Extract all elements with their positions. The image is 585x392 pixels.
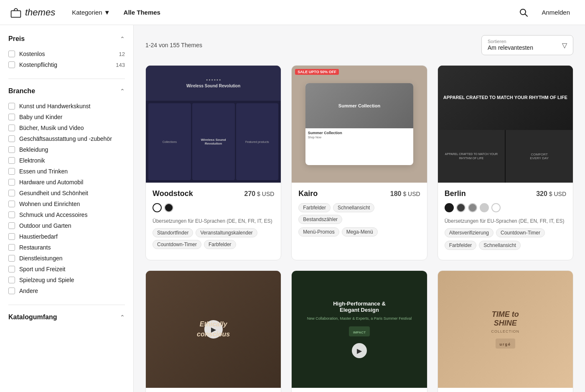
geschaeft-checkbox[interactable] bbox=[8, 135, 15, 142]
filter-spielzeug[interactable]: Spielzeug und Spiele bbox=[8, 275, 125, 285]
elektronik-checkbox[interactable] bbox=[8, 157, 15, 164]
outdoor-checkbox[interactable] bbox=[8, 222, 15, 229]
filter-bekleidung[interactable]: Bekleidung bbox=[8, 144, 125, 155]
branche-chevron-icon: ⌃ bbox=[120, 88, 125, 94]
main-layout: Preis ⌃ Kostenlos 12 Kostenpflichtig 143 bbox=[0, 25, 585, 392]
kostenlos-count: 12 bbox=[119, 51, 125, 57]
berlin-price: 320 $ USD bbox=[536, 190, 566, 198]
filter-restaurants[interactable]: Restaurants bbox=[8, 242, 125, 253]
anmelden-button[interactable]: Anmelden bbox=[537, 6, 575, 18]
filter-wohnen[interactable]: Wohnen und Einrichten bbox=[8, 199, 125, 209]
filter-buecher[interactable]: Bücher, Musik und Video bbox=[8, 122, 125, 133]
filter-geschaeft[interactable]: Geschäftsausstattung und -zubehör bbox=[8, 133, 125, 144]
gesundheit-checkbox[interactable] bbox=[8, 190, 15, 196]
buecher-checkbox[interactable] bbox=[8, 125, 15, 131]
theme-card-urge[interactable]: TIME toSHINE COLLECTION urgé bbox=[437, 270, 573, 392]
kostenlos-checkbox[interactable] bbox=[8, 51, 15, 57]
wohnen-checkbox[interactable] bbox=[8, 201, 15, 207]
dienstleistungen-checkbox[interactable] bbox=[8, 255, 15, 262]
baby-checkbox[interactable] bbox=[8, 114, 15, 120]
sort-control[interactable]: Sortieren Am relevantesten ▽ bbox=[481, 35, 573, 55]
color-white[interactable] bbox=[153, 203, 162, 212]
theme-card-impact[interactable]: High-Performance &Elegant Design New Col… bbox=[291, 270, 427, 392]
theme-card-kairo[interactable]: SALE UPTO 50% OFF Summer Collection Summ… bbox=[291, 65, 427, 260]
content-area: 1-24 von 155 Themes Sortieren Am relevan… bbox=[134, 25, 585, 392]
logo[interactable]: themes bbox=[10, 7, 55, 18]
tag-farbfelder-b: Farbfelder bbox=[445, 241, 477, 250]
filter-section-preis: Preis ⌃ Kostenlos 12 Kostenpflichtig 143 bbox=[8, 35, 125, 79]
essen-checkbox[interactable] bbox=[8, 168, 15, 175]
svg-line-2 bbox=[525, 14, 528, 16]
theme4-info bbox=[146, 388, 281, 392]
theme-card-4[interactable]: Ethicallyconscious ▶ bbox=[145, 270, 281, 392]
urge-hero-text: TIME toSHINE bbox=[492, 310, 519, 328]
kostenlos-label: Kostenlos bbox=[19, 51, 45, 57]
restaurants-checkbox[interactable] bbox=[8, 244, 15, 251]
header: themes Kategorien ▼ Alle Themes Anmelden bbox=[0, 0, 585, 25]
sidebar: Preis ⌃ Kostenlos 12 Kostenpflichtig 143 bbox=[0, 25, 134, 392]
andere-checkbox[interactable] bbox=[8, 288, 15, 294]
color-b4[interactable] bbox=[480, 203, 489, 212]
filter-sport[interactable]: Sport und Freizeit bbox=[8, 264, 125, 275]
tag-schnellansicht-b: Schnellansicht bbox=[479, 241, 520, 250]
sport-checkbox[interactable] bbox=[8, 266, 15, 272]
baby-label: Baby und Kinder bbox=[19, 114, 63, 120]
dienstleistungen-label: Dienstleistungen bbox=[19, 255, 63, 262]
haustierbedarf-checkbox[interactable] bbox=[8, 233, 15, 240]
filter-hardware[interactable]: Hardware und Automobil bbox=[8, 177, 125, 188]
schmuck-checkbox[interactable] bbox=[8, 211, 15, 218]
kairo-thumbnail: SALE UPTO 50% OFF Summer Collection Summ… bbox=[292, 66, 427, 183]
preis-title: Preis bbox=[8, 35, 25, 43]
kostenpflichtig-checkbox[interactable] bbox=[8, 61, 15, 68]
tag-countdown: Countdown-Timer bbox=[153, 240, 201, 249]
color-b2[interactable] bbox=[456, 203, 465, 212]
filter-dienstleistungen[interactable]: Dienstleistungen bbox=[8, 253, 125, 264]
filter-section-branche: Branche ⌃ Kunst und Handwerkskunst Baby … bbox=[8, 87, 125, 305]
branche-header[interactable]: Branche ⌃ bbox=[8, 87, 125, 95]
color-b3[interactable] bbox=[468, 203, 477, 212]
berlin-thumbnail: APPAREL CRAFTED TO MATCH YOUR RHYTHM OF … bbox=[438, 66, 573, 183]
bekleidung-checkbox[interactable] bbox=[8, 146, 15, 153]
tag-farbfelder: Farbfelder bbox=[204, 240, 236, 249]
spielzeug-checkbox[interactable] bbox=[8, 277, 15, 283]
berlin-info: Berlin 320 $ USD Übersetzungen für EU-Sp… bbox=[438, 183, 573, 260]
tag-schnellansicht-k: Schnellansicht bbox=[333, 203, 374, 212]
hardware-checkbox[interactable] bbox=[8, 179, 15, 186]
bekleidung-label: Bekleidung bbox=[19, 146, 48, 153]
preis-chevron-icon: ⌃ bbox=[120, 36, 125, 42]
tag-menuepromos: Menü-Promos bbox=[298, 227, 339, 237]
color-black[interactable] bbox=[164, 203, 173, 212]
kunst-checkbox[interactable] bbox=[8, 103, 15, 109]
impact-play-button[interactable]: ▶ bbox=[352, 343, 367, 358]
preis-header[interactable]: Preis ⌃ bbox=[8, 35, 125, 43]
color-b1[interactable] bbox=[445, 203, 454, 212]
theme-card-woodstock[interactable]: ● ● ● ● ● ● Wireless Sound Revolution Co… bbox=[145, 65, 281, 260]
search-button[interactable] bbox=[517, 6, 530, 19]
nav-alle-themes: Alle Themes bbox=[124, 9, 160, 16]
berlin-name: Berlin bbox=[445, 189, 466, 198]
impact-thumbnail: High-Performance &Elegant Design New Col… bbox=[292, 271, 427, 388]
impact-info bbox=[292, 388, 427, 392]
berlin-colors bbox=[445, 203, 566, 212]
theme-card-berlin[interactable]: APPAREL CRAFTED TO MATCH YOUR RHYTHM OF … bbox=[437, 65, 573, 260]
filter-andere[interactable]: Andere bbox=[8, 285, 125, 296]
gesundheit-label: Gesundheit und Schönheit bbox=[19, 190, 88, 196]
filter-schmuck[interactable]: Schmuck und Accessoires bbox=[8, 209, 125, 220]
katalogumfang-header[interactable]: Katalogumfang ⌃ bbox=[8, 313, 125, 321]
tag-standortfinder: Standortfinder bbox=[153, 228, 193, 237]
filter-baby[interactable]: Baby und Kinder bbox=[8, 112, 125, 122]
sort-chevron-icon: ▽ bbox=[562, 41, 567, 49]
filter-kostenlos[interactable]: Kostenlos 12 bbox=[8, 48, 125, 59]
filter-gesundheit[interactable]: Gesundheit und Schönheit bbox=[8, 188, 125, 199]
nav-kategorien[interactable]: Kategorien ▼ bbox=[69, 6, 113, 18]
buecher-label: Bücher, Musik und Video bbox=[19, 125, 84, 131]
filter-elektronik[interactable]: Elektronik bbox=[8, 155, 125, 166]
color-b5[interactable] bbox=[491, 203, 501, 212]
filter-essen[interactable]: Essen und Trinken bbox=[8, 166, 125, 177]
header-actions: Anmelden bbox=[517, 6, 575, 19]
filter-haustierbedarf[interactable]: Haustierbedarf bbox=[8, 231, 125, 242]
filter-kostenpflichtig[interactable]: Kostenpflichtig 143 bbox=[8, 59, 125, 70]
filter-kunst[interactable]: Kunst und Handwerkskunst bbox=[8, 101, 125, 112]
logo-text: themes bbox=[25, 7, 55, 18]
filter-outdoor[interactable]: Outdoor und Garten bbox=[8, 220, 125, 231]
